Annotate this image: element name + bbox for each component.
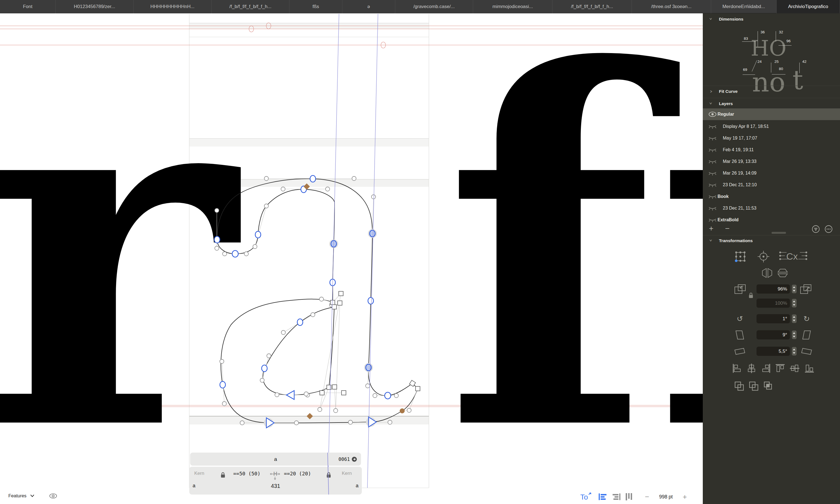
- exchange-metrics-icon[interactable]: H: [270, 470, 280, 481]
- layer-options-icon[interactable]: [825, 225, 833, 233]
- rotate-field[interactable]: 1°: [756, 314, 790, 323]
- layers-scrollbar-thumb[interactable]: [772, 232, 786, 234]
- align-right-edges-icon[interactable]: [761, 363, 771, 373]
- layer-row-backup[interactable]: Mar 26 19, 13:33: [703, 156, 840, 167]
- scale-x-field[interactable]: 96%: [756, 284, 790, 293]
- align-bottom-edges-icon[interactable]: [804, 364, 815, 373]
- layer-row-extrabold[interactable]: ExtraBold: [703, 214, 840, 226]
- glyph-r[interactable]: r: [0, 13, 245, 504]
- edited-glyph-outline[interactable]: [217, 179, 418, 423]
- layer-row-backup[interactable]: Feb 4 19, 19:11: [703, 144, 840, 156]
- slant-stepper[interactable]: [792, 330, 796, 339]
- skew-left-icon[interactable]: [734, 347, 745, 356]
- transform-origin-grid-icon[interactable]: [734, 250, 747, 263]
- zoom-in-button[interactable]: +: [683, 492, 687, 501]
- tab-merdone[interactable]: MerdoneErńiidabd...: [711, 0, 776, 13]
- eye-closed-icon[interactable]: [708, 136, 717, 141]
- layer-row-book[interactable]: Book: [703, 191, 840, 202]
- eye-closed-icon[interactable]: [708, 124, 717, 129]
- eye-closed-icon[interactable]: [708, 194, 717, 199]
- scale-down-icon[interactable]: [734, 284, 747, 295]
- offcurve-handles[interactable]: [215, 177, 411, 425]
- kern-left-label[interactable]: Kern: [194, 471, 204, 476]
- add-layer-button[interactable]: +: [709, 224, 713, 233]
- boolean-intersect-icon[interactable]: [763, 381, 774, 392]
- slant-left-icon[interactable]: [735, 330, 745, 340]
- scale-up-icon[interactable]: [800, 284, 812, 295]
- skew-field[interactable]: 5,5°: [756, 347, 790, 356]
- slant-right-icon[interactable]: [802, 330, 811, 340]
- advance-width-value[interactable]: 431: [189, 483, 362, 489]
- boolean-union-icon[interactable]: [734, 381, 745, 392]
- layer-row-backup[interactable]: May 19 17, 17:07: [703, 132, 840, 144]
- tab-numerals[interactable]: H0123456789/zer...: [56, 0, 134, 13]
- filter-layers-icon[interactable]: [812, 225, 820, 233]
- zoom-out-button[interactable]: −: [645, 492, 649, 501]
- zoom-level-value[interactable]: 998 pt: [659, 494, 673, 500]
- transform-metrics-icon[interactable]: Cx: [778, 250, 808, 263]
- glyph-fi-ligature[interactable]: fı: [444, 13, 703, 504]
- eye-closed-icon[interactable]: [708, 182, 717, 188]
- scale-y-field[interactable]: 100%: [756, 299, 790, 308]
- chevron-down-icon[interactable]: [30, 494, 34, 497]
- flip-vertical-icon[interactable]: [777, 268, 788, 278]
- layers-chevron-icon[interactable]: ˅: [709, 102, 712, 106]
- dimensions-chevron-icon[interactable]: ˅: [709, 17, 712, 21]
- tab-schwa[interactable]: ə: [342, 0, 395, 13]
- eye-closed-icon[interactable]: [708, 147, 717, 152]
- layer-row-backup[interactable]: Display Apr 8 17, 18:51: [703, 121, 840, 132]
- oncurve-nodes[interactable]: [214, 175, 391, 399]
- rotate-stepper[interactable]: [792, 314, 796, 323]
- layer-row-backup[interactable]: 23 Dec 21, 11:53: [703, 202, 840, 214]
- transformations-chevron-icon[interactable]: ˅: [709, 239, 712, 243]
- align-left-icon[interactable]: [599, 493, 607, 500]
- skew-right-icon[interactable]: [801, 347, 812, 356]
- vertical-text-icon[interactable]: [625, 493, 633, 500]
- tab-font[interactable]: Font: [0, 0, 56, 13]
- rotate-ccw-icon[interactable]: ↺: [737, 314, 743, 323]
- eye-closed-icon[interactable]: [708, 159, 717, 164]
- fit-curve-chevron-icon[interactable]: ˅: [709, 90, 713, 93]
- eye-closed-icon[interactable]: [708, 170, 717, 176]
- tab-three-osf[interactable]: /three.osf 3ɛoeən...: [632, 0, 711, 13]
- transform-center-icon[interactable]: [757, 250, 770, 263]
- slant-field[interactable]: 9°: [756, 330, 790, 339]
- scale-y-stepper[interactable]: [792, 299, 796, 307]
- outline-outer-contour[interactable]: [217, 179, 418, 423]
- next-glyph-icon[interactable]: [352, 456, 357, 462]
- anchors[interactable]: [304, 183, 405, 419]
- kern-right-label[interactable]: Kern: [342, 471, 352, 476]
- skew-stepper[interactable]: [792, 347, 796, 356]
- align-center-horizontal-icon[interactable]: [747, 363, 756, 373]
- align-top-edges-icon[interactable]: [775, 364, 785, 373]
- remove-layer-button[interactable]: −: [725, 224, 730, 233]
- layer-row-backup[interactable]: Mar 26 19, 14:09: [703, 167, 840, 179]
- tab-mimmo[interactable]: mimmojodiceoasi...: [473, 0, 552, 13]
- kern-left-value[interactable]: ==50 (50): [233, 471, 260, 476]
- rotate-cw-icon[interactable]: ↻: [804, 314, 810, 323]
- tab-gravecomb[interactable]: /gravecomb.case/...: [395, 0, 473, 13]
- kern-right-value[interactable]: ==20 (20): [284, 471, 311, 476]
- tab-spacing[interactable]: HHHHHHHHHHnH...: [134, 0, 211, 13]
- eye-closed-icon[interactable]: [708, 217, 717, 223]
- align-center-vertical-icon[interactable]: [790, 364, 800, 373]
- kerning-mode-icon[interactable]: To: [580, 492, 593, 501]
- scale-x-stepper[interactable]: [792, 285, 796, 293]
- layer-row-backup[interactable]: 23 Dec 21, 12:10: [703, 179, 840, 191]
- eye-open-icon[interactable]: [708, 111, 717, 117]
- features-label[interactable]: Features: [8, 493, 27, 499]
- tab-fss[interactable]: fßs: [290, 0, 342, 13]
- preview-eye-icon[interactable]: [49, 493, 57, 499]
- terminal-node-brown[interactable]: [400, 408, 405, 413]
- scale-lock-icon[interactable]: [749, 292, 753, 298]
- align-right-icon[interactable]: [612, 493, 620, 500]
- boolean-subtract-icon[interactable]: [749, 381, 759, 392]
- flip-horizontal-icon[interactable]: [761, 268, 773, 278]
- tab-ligatures-2[interactable]: /f_b/f_f/f_f_b/f_f_h...: [552, 0, 632, 13]
- lock-right-icon[interactable]: [326, 472, 331, 478]
- tab-ligatures-1[interactable]: /f_b/f_f/f_f_b/f_f_h...: [211, 0, 290, 13]
- lock-left-icon[interactable]: [220, 472, 225, 478]
- edit-canvas[interactable]: serif r fı: [0, 13, 703, 504]
- align-left-edges-icon[interactable]: [732, 363, 742, 373]
- layer-row-regular[interactable]: Regular: [703, 108, 840, 120]
